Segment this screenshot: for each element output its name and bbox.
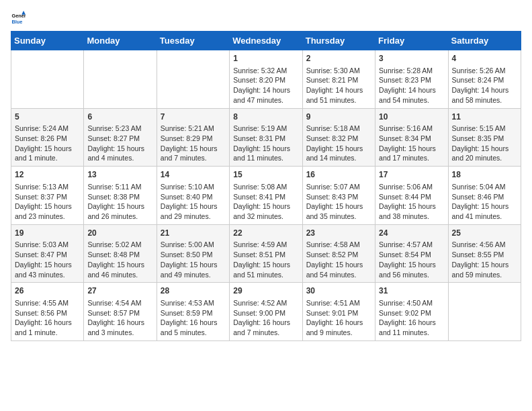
- svg-text:Blue: Blue: [11, 19, 22, 25]
- calendar-cell: 23Sunrise: 4:58 AMSunset: 8:52 PMDayligh…: [302, 224, 375, 283]
- cell-line: and 43 minutes.: [15, 270, 80, 280]
- calendar-cell: 29Sunrise: 4:52 AMSunset: 9:00 PMDayligh…: [230, 283, 302, 341]
- cell-line: Sunrise: 4:56 AM: [452, 240, 517, 250]
- cell-line: Daylight: 15 hours: [306, 201, 371, 212]
- calendar-cell: 11Sunrise: 5:15 AMSunset: 8:35 PMDayligh…: [448, 108, 521, 167]
- day-number: 26: [15, 285, 80, 297]
- calendar-cell: 12Sunrise: 5:13 AMSunset: 8:37 PMDayligh…: [11, 167, 84, 225]
- cell-line: and 23 minutes.: [15, 212, 80, 222]
- day-number: 16: [306, 169, 371, 181]
- day-number: 31: [379, 285, 444, 297]
- cell-line: Sunset: 9:01 PM: [306, 308, 371, 318]
- cell-line: Sunset: 8:24 PM: [452, 75, 517, 85]
- week-row-4: 19Sunrise: 5:03 AMSunset: 8:47 PMDayligh…: [11, 224, 521, 283]
- cell-line: and 17 minutes.: [379, 153, 444, 163]
- calendar-cell: 7Sunrise: 5:21 AMSunset: 8:29 PMDaylight…: [157, 108, 229, 167]
- day-number: 6: [87, 111, 152, 123]
- cell-line: Daylight: 14 hours: [452, 85, 517, 95]
- cell-line: Daylight: 15 hours: [452, 260, 517, 270]
- cell-line: Sunrise: 5:16 AM: [379, 124, 444, 134]
- cell-line: and 41 minutes.: [452, 212, 517, 222]
- cell-line: and 58 minutes.: [452, 95, 517, 105]
- day-number: 20: [87, 228, 152, 239]
- cell-line: Sunset: 8:20 PM: [233, 75, 298, 85]
- day-number: 5: [15, 111, 80, 123]
- calendar-cell: 14Sunrise: 5:10 AMSunset: 8:40 PMDayligh…: [157, 167, 229, 225]
- calendar-cell: 3Sunrise: 5:28 AMSunset: 8:23 PMDaylight…: [375, 50, 448, 109]
- cell-line: Sunset: 8:21 PM: [306, 75, 371, 85]
- day-header-sunday: Sunday: [11, 32, 84, 50]
- cell-line: and 4 minutes.: [87, 153, 152, 163]
- day-number: 13: [87, 169, 152, 181]
- header: General Blue: [11, 11, 521, 26]
- calendar-table: SundayMondayTuesdayWednesdayThursdayFrid…: [11, 31, 521, 341]
- cell-line: and 35 minutes.: [306, 212, 371, 222]
- day-number: 8: [233, 111, 298, 123]
- cell-line: Sunset: 9:00 PM: [233, 308, 298, 318]
- cell-line: Sunset: 8:27 PM: [87, 134, 152, 144]
- cell-line: Sunrise: 5:26 AM: [452, 66, 517, 76]
- cell-line: Sunset: 8:34 PM: [379, 134, 444, 144]
- calendar-cell: 25Sunrise: 4:56 AMSunset: 8:55 PMDayligh…: [448, 224, 521, 283]
- cell-line: Sunset: 8:56 PM: [15, 308, 80, 318]
- cell-line: Daylight: 15 hours: [306, 144, 371, 154]
- cell-line: Daylight: 14 hours: [306, 85, 371, 95]
- cell-line: Sunrise: 4:57 AM: [379, 240, 444, 250]
- cell-line: Daylight: 15 hours: [379, 201, 444, 212]
- cell-line: Sunset: 8:26 PM: [15, 134, 80, 144]
- day-number: 19: [15, 228, 80, 239]
- day-number: 12: [15, 169, 80, 181]
- calendar-cell: [11, 50, 84, 109]
- calendar-cell: 19Sunrise: 5:03 AMSunset: 8:47 PMDayligh…: [11, 224, 84, 283]
- calendar-cell: 8Sunrise: 5:19 AMSunset: 8:31 PMDaylight…: [230, 108, 302, 167]
- cell-line: Sunrise: 5:11 AM: [87, 182, 152, 192]
- cell-line: Daylight: 16 hours: [87, 318, 152, 328]
- cell-line: Sunset: 8:47 PM: [15, 250, 80, 260]
- day-number: 27: [87, 285, 152, 297]
- cell-line: Sunset: 8:59 PM: [161, 308, 226, 318]
- day-number: 18: [452, 169, 517, 181]
- cell-line: Sunrise: 4:52 AM: [233, 298, 298, 308]
- cell-line: and 46 minutes.: [87, 270, 152, 280]
- cell-line: Sunrise: 4:50 AM: [379, 298, 444, 308]
- cell-line: Daylight: 14 hours: [379, 85, 444, 95]
- calendar-cell: 22Sunrise: 4:59 AMSunset: 8:51 PMDayligh…: [230, 224, 302, 283]
- cell-line: Sunset: 8:35 PM: [452, 134, 517, 144]
- day-header-monday: Monday: [84, 32, 157, 50]
- logo-icon: General Blue: [11, 11, 26, 26]
- calendar-cell: [157, 50, 229, 109]
- cell-line: Sunset: 8:48 PM: [87, 250, 152, 260]
- day-number: 7: [161, 111, 226, 123]
- cell-line: Sunset: 8:46 PM: [452, 192, 517, 202]
- day-header-thursday: Thursday: [302, 32, 375, 50]
- cell-line: Daylight: 15 hours: [233, 201, 298, 212]
- cell-line: and 3 minutes.: [87, 328, 152, 338]
- cell-line: Sunset: 8:41 PM: [233, 192, 298, 202]
- cell-line: Sunrise: 4:58 AM: [306, 240, 371, 250]
- cell-line: Daylight: 15 hours: [379, 144, 444, 154]
- calendar-cell: 5Sunrise: 5:24 AMSunset: 8:26 PMDaylight…: [11, 108, 84, 167]
- cell-line: and 11 minutes.: [233, 153, 298, 163]
- calendar-cell: 20Sunrise: 5:02 AMSunset: 8:48 PMDayligh…: [84, 224, 157, 283]
- cell-line: Sunset: 8:31 PM: [233, 134, 298, 144]
- cell-line: Daylight: 15 hours: [15, 201, 80, 212]
- cell-line: Sunset: 8:55 PM: [452, 250, 517, 260]
- cell-line: and 1 minute.: [15, 328, 80, 338]
- day-number: 10: [379, 111, 444, 123]
- day-number: 1: [233, 53, 298, 64]
- cell-line: Sunrise: 5:08 AM: [233, 182, 298, 192]
- cell-line: and 49 minutes.: [161, 270, 226, 280]
- cell-line: Sunrise: 5:03 AM: [15, 240, 80, 250]
- cell-line: and 7 minutes.: [161, 153, 226, 163]
- day-header-tuesday: Tuesday: [157, 32, 229, 50]
- cell-line: Daylight: 15 hours: [306, 260, 371, 270]
- cell-line: and 5 minutes.: [161, 328, 226, 338]
- week-row-1: 1Sunrise: 5:32 AMSunset: 8:20 PMDaylight…: [11, 50, 521, 109]
- day-number: 22: [233, 228, 298, 239]
- cell-line: Sunrise: 5:19 AM: [233, 124, 298, 134]
- calendar-cell: [84, 50, 157, 109]
- calendar-cell: 30Sunrise: 4:51 AMSunset: 9:01 PMDayligh…: [302, 283, 375, 341]
- calendar-cell: 21Sunrise: 5:00 AMSunset: 8:50 PMDayligh…: [157, 224, 229, 283]
- cell-line: Daylight: 15 hours: [452, 144, 517, 154]
- cell-line: Daylight: 16 hours: [233, 318, 298, 328]
